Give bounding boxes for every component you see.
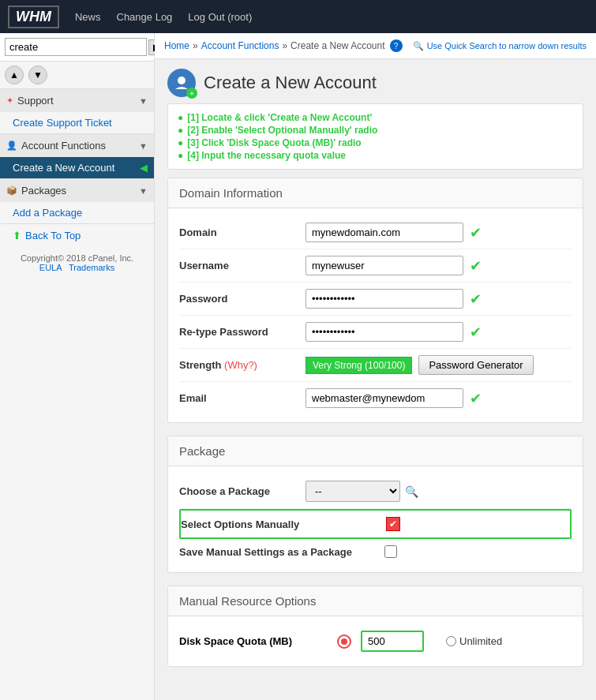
email-input[interactable] (305, 388, 463, 408)
save-manual-label: Save Manual Settings as a Package (179, 546, 384, 558)
disk-quota-input[interactable] (361, 631, 424, 652)
email-label: Email (179, 392, 305, 404)
username-label: Username (179, 260, 305, 271)
search-package-icon[interactable]: 🔍 (405, 485, 418, 498)
username-check-icon: ✔ (470, 257, 482, 275)
strength-row: Strength (Why?) Very Strong (100/100) Pa… (179, 349, 572, 382)
page-title-bar: Create a New Account (155, 59, 596, 103)
callout-item-4: [4] Input the necessary quota value (178, 150, 573, 161)
search-input[interactable] (5, 38, 147, 56)
select-options-field: ✔ (386, 517, 570, 531)
account-chevron: ▼ (139, 141, 148, 151)
retype-password-row: Re-type Password ✔ (179, 316, 572, 349)
save-manual-row: Save Manual Settings as a Package (179, 539, 572, 564)
username-input[interactable] (305, 256, 463, 275)
sidebar: ▶ ☰ ▲ ▼ ✦ Support ▼ Create Support Ticke… (0, 33, 155, 700)
back-to-top[interactable]: ⬆ Back To Top (0, 224, 154, 247)
disk-quota-radio-option (337, 631, 430, 652)
username-field: ✔ (305, 256, 572, 275)
create-account-icon (167, 69, 196, 97)
account-functions-section: 👤 Account Functions ▼ Create a New Accou… (0, 134, 154, 179)
breadcrumb: Home » Account Functions » Create a New … (155, 33, 596, 59)
disk-quota-row: Disk Space Quota (MB) Unlimited (179, 624, 572, 658)
support-label: Support (17, 95, 54, 107)
password-generator-button[interactable]: Password Generator (418, 355, 533, 375)
sidebar-item-create-account[interactable]: Create a New Account (0, 157, 154, 178)
back-top-icon: ⬆ (13, 230, 21, 241)
nav-forward-button[interactable]: ▼ (28, 66, 47, 84)
select-options-checkbox[interactable]: ✔ (386, 517, 400, 531)
support-header[interactable]: ✦ Support ▼ (0, 89, 154, 112)
save-manual-checkbox[interactable] (384, 545, 397, 558)
unlimited-radio[interactable] (446, 636, 456, 646)
top-nav: WHM News Change Log Log Out (root) (0, 0, 596, 33)
retype-label: Re-type Password (179, 326, 305, 338)
choose-package-field: -- 🔍 (305, 481, 572, 502)
copyright: Copyright© 2018 cPanel, Inc. EULA Tradem… (0, 247, 154, 279)
password-label: Password (179, 293, 305, 305)
choose-package-label: Choose a Package (179, 485, 305, 497)
email-row: Email ✔ (179, 382, 572, 414)
why-link[interactable]: (Why?) (224, 359, 257, 371)
nav-changelog[interactable]: Change Log (117, 11, 173, 23)
breadcrumb-current: Create a New Account (291, 40, 384, 51)
support-icon: ✦ (6, 95, 13, 106)
password-field: ✔ (305, 289, 572, 309)
packages-section: 📦 Packages ▼ Add a Package (0, 179, 154, 224)
strength-badge: Very Strong (100/100) (305, 357, 412, 374)
email-field: ✔ (305, 388, 572, 408)
search-bar: ▶ ☰ (0, 33, 154, 62)
unlimited-label: Unlimited (459, 635, 502, 647)
packages-header[interactable]: 📦 Packages ▼ (0, 179, 154, 202)
packages-label: Packages (21, 185, 66, 197)
package-select[interactable]: -- (305, 481, 400, 502)
password-check-icon: ✔ (470, 290, 482, 308)
manual-resource-title: Manual Resource Options (168, 586, 583, 616)
callout-box: [1] Locate & click 'Create a New Account… (167, 103, 583, 170)
breadcrumb-account-functions[interactable]: Account Functions (201, 40, 279, 51)
sidebar-item-add-package[interactable]: Add a Package (0, 202, 154, 223)
nav-back-button[interactable]: ▲ (5, 66, 24, 84)
whm-logo: WHM (8, 6, 59, 28)
sidebar-item-create-ticket[interactable]: Create Support Ticket (0, 112, 154, 133)
trademarks-link[interactable]: Trademarks (69, 263, 114, 272)
domain-row: Domain ✔ (179, 216, 572, 249)
package-section: Package Choose a Package -- 🔍 Select Opt… (167, 436, 583, 573)
callout-item-2: [2] Enable 'Select Optional Manually' ra… (178, 125, 573, 136)
back-to-top-label: Back To Top (25, 230, 81, 241)
eula-link[interactable]: EULA (39, 263, 62, 272)
save-manual-field (384, 545, 572, 558)
account-icon: 👤 (6, 140, 17, 151)
select-options-manually-row: Select Options Manually ✔ (179, 509, 572, 539)
retype-input[interactable] (305, 322, 463, 342)
domain-check-icon: ✔ (470, 224, 482, 241)
package-section-title: Package (168, 436, 583, 466)
manual-resource-content: Disk Space Quota (MB) Unlimited (168, 616, 583, 666)
packages-icon: 📦 (6, 185, 17, 196)
page-title: Create a New Account (204, 73, 377, 93)
account-functions-label: Account Functions (21, 140, 106, 152)
password-input[interactable] (305, 289, 463, 309)
package-section-content: Choose a Package -- 🔍 Select Options Man… (168, 466, 583, 572)
domain-input[interactable] (305, 223, 463, 242)
select-options-label: Select Options Manually (181, 518, 386, 530)
choose-package-row: Choose a Package -- 🔍 (179, 474, 572, 509)
nav-logout[interactable]: Log Out (root) (188, 11, 252, 23)
retype-field: ✔ (305, 322, 572, 342)
strength-label: Strength (Why?) (179, 359, 305, 371)
password-row: Password ✔ (179, 283, 572, 316)
svg-point-0 (178, 77, 186, 84)
disk-quota-radio[interactable] (337, 634, 351, 649)
username-row: Username ✔ (179, 249, 572, 283)
account-functions-header[interactable]: 👤 Account Functions ▼ (0, 134, 154, 157)
support-chevron: ▼ (139, 96, 148, 106)
domain-field: ✔ (305, 223, 572, 242)
email-check-icon: ✔ (470, 390, 482, 407)
breadcrumb-home[interactable]: Home (164, 40, 189, 51)
disk-label: Disk Space Quota (MB) (179, 635, 337, 647)
unlimited-option: Unlimited (446, 635, 502, 647)
manual-resource-section: Manual Resource Options Disk Space Quota… (167, 586, 583, 667)
nav-news[interactable]: News (75, 11, 101, 23)
domain-section-title: Domain Information (168, 178, 583, 208)
breadcrumb-help-icon[interactable]: ? (390, 39, 403, 52)
